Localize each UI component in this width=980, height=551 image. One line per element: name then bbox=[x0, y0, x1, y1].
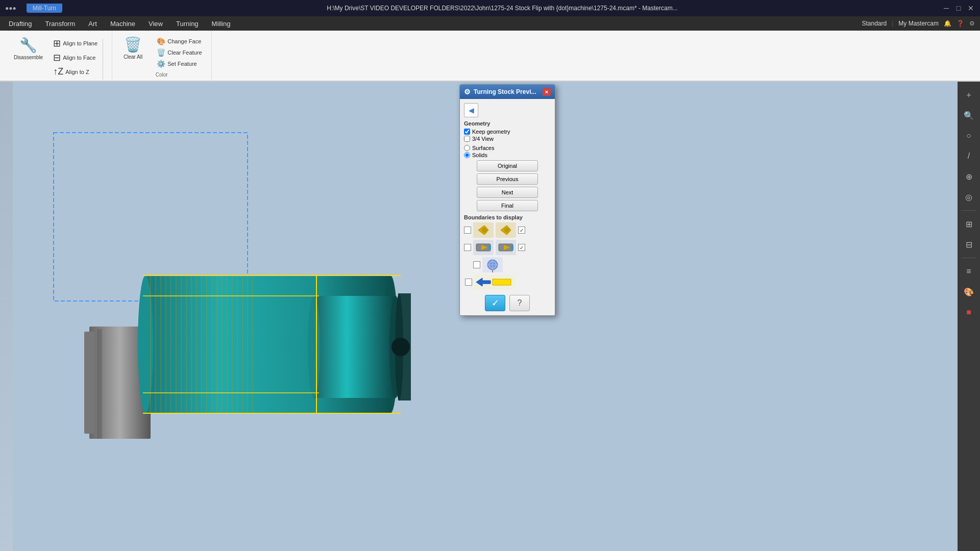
keep-geometry-row: Keep geometry bbox=[464, 129, 551, 135]
ok-button[interactable]: ✓ bbox=[485, 295, 505, 311]
view-3d4-checkbox[interactable] bbox=[464, 136, 470, 142]
clear-all-icon: 🗑️ bbox=[124, 36, 142, 53]
sidebar-menu-button[interactable]: ≡ bbox=[960, 262, 978, 281]
svg-rect-50 bbox=[511, 245, 513, 249]
svg-point-30 bbox=[308, 296, 320, 398]
dialog-content: ◀ Geometry Keep geometry 3/4 View Surfac… bbox=[460, 99, 555, 315]
view-3d4-label: 3/4 View bbox=[472, 136, 494, 142]
menu-art[interactable]: Art bbox=[82, 18, 103, 30]
ribbon: 🔧 Disassemble ⊞ Align to Plane ⊟ Align t… bbox=[0, 31, 980, 82]
color-group-label: Color bbox=[116, 72, 207, 78]
menu-view[interactable]: View bbox=[142, 18, 169, 30]
boundary-check-4[interactable] bbox=[465, 279, 472, 286]
sidebar-grid-button[interactable]: ⊞ bbox=[960, 215, 978, 233]
boundary-check-2b[interactable]: ✓ bbox=[518, 244, 525, 251]
original-button[interactable]: Original bbox=[477, 160, 538, 171]
boundary-row-4 bbox=[464, 274, 551, 290]
maximize-button[interactable]: □ bbox=[954, 4, 963, 12]
solids-label: Solids bbox=[472, 152, 487, 158]
change-face-button[interactable]: 🎨 Change Face bbox=[154, 36, 205, 46]
svg-rect-57 bbox=[493, 279, 511, 285]
boundary-icon-1b bbox=[496, 222, 516, 238]
ribbon-group-layout: 🔧 Disassemble ⊞ Align to Plane ⊟ Align t… bbox=[0, 31, 112, 81]
boundaries-title: Boundaries to display bbox=[464, 214, 551, 220]
dialog-title: Turning Stock Previ... bbox=[474, 88, 536, 95]
sidebar-circle-button[interactable]: ○ bbox=[960, 127, 978, 145]
sidebar-add-button[interactable]: ＋ bbox=[960, 86, 978, 104]
surfaces-row: Surfaces bbox=[464, 145, 551, 151]
mastercam-label: My Mastercam bbox=[898, 20, 939, 27]
align-to-face-button[interactable]: ⊟ Align to Face bbox=[50, 51, 101, 64]
boundary-icon-1a bbox=[473, 222, 494, 238]
surfaces-label: Surfaces bbox=[472, 145, 494, 151]
align-to-z-button[interactable]: ↑Z Align to Z bbox=[50, 65, 101, 78]
ribbon-group-color: 🗑️ Clear All 🎨 Change Face 🗑️ Clear Feat… bbox=[112, 31, 212, 81]
clear-feature-icon: 🗑️ bbox=[157, 48, 165, 57]
set-feature-button[interactable]: ⚙️ Set Feature bbox=[154, 59, 205, 69]
minimize-button[interactable]: ─ bbox=[942, 4, 950, 12]
sidebar-red-button[interactable]: ■ bbox=[960, 303, 978, 321]
dialog-close-button[interactable]: × bbox=[543, 88, 551, 96]
dialog-action-row: ✓ ? bbox=[464, 295, 551, 311]
view-3d4-row: 3/4 View bbox=[464, 136, 551, 142]
solids-row: Solids bbox=[464, 152, 551, 158]
standard-label: Standard bbox=[862, 20, 887, 27]
keep-geometry-label: Keep geometry bbox=[472, 129, 510, 135]
app-name: ●●● bbox=[5, 5, 16, 12]
boundary-icon-4 bbox=[474, 274, 515, 290]
boundary-check-2[interactable] bbox=[464, 244, 471, 251]
boundary-row-1: ✓ bbox=[464, 222, 551, 238]
svg-rect-29 bbox=[314, 296, 396, 398]
sidebar-target-button[interactable]: ◎ bbox=[960, 188, 978, 206]
geometry-title: Geometry bbox=[464, 120, 551, 127]
svg-rect-4 bbox=[97, 329, 102, 439]
dialog-nav-back[interactable]: ◀ bbox=[464, 103, 478, 117]
boundary-check-1b[interactable]: ✓ bbox=[518, 227, 525, 234]
surfaces-radio[interactable] bbox=[464, 145, 470, 151]
boundary-icon-2b bbox=[496, 240, 516, 255]
clear-all-button[interactable]: 🗑️ Clear All bbox=[120, 34, 145, 62]
menu-drafting[interactable]: Drafting bbox=[3, 18, 38, 30]
help-icon[interactable]: ❓ bbox=[957, 20, 964, 27]
sidebar-paint-button[interactable]: 🎨 bbox=[960, 283, 978, 301]
svg-marker-56 bbox=[476, 278, 491, 286]
sidebar-search-button[interactable]: 🔍 bbox=[960, 106, 978, 124]
change-face-icon: 🎨 bbox=[157, 37, 165, 45]
align-z-icon: ↑Z bbox=[53, 66, 63, 77]
boundary-icon-3 bbox=[482, 257, 503, 272]
final-btn-row: Final bbox=[464, 200, 551, 211]
menubar: Drafting Transform Art Machine View Turn… bbox=[0, 16, 980, 31]
boundary-check-1[interactable] bbox=[464, 227, 471, 234]
keep-geometry-checkbox[interactable] bbox=[464, 129, 470, 135]
boundary-icon-2a bbox=[473, 240, 494, 255]
disassemble-icon: 🔧 bbox=[19, 37, 37, 54]
next-button[interactable]: Next bbox=[477, 187, 538, 198]
boundaries-section: Boundaries to display bbox=[464, 214, 551, 290]
set-feature-icon: ⚙️ bbox=[157, 60, 165, 68]
close-button[interactable]: ✕ bbox=[967, 4, 975, 12]
menu-turning[interactable]: Turning bbox=[170, 18, 205, 30]
settings-icon[interactable]: ⚙ bbox=[969, 20, 975, 27]
canvas-area: ↖ AutoCursor ▾ ⊞ ✦ → ↶ ↷ ↺ ⊡ ▤▾ ≡ bbox=[0, 82, 980, 551]
menu-transform[interactable]: Transform bbox=[39, 18, 82, 30]
titlebar-app: Mill-Turn bbox=[27, 4, 62, 13]
turning-stock-dialog: ⚙ Turning Stock Previ... × ◀ Geometry Ke… bbox=[459, 84, 555, 316]
boundary-row-3 bbox=[464, 257, 551, 272]
disassemble-button[interactable]: 🔧 Disassemble bbox=[11, 35, 46, 62]
solids-radio[interactable] bbox=[464, 152, 470, 158]
clear-feature-button[interactable]: 🗑️ Clear Feature bbox=[154, 47, 205, 58]
sidebar-minus-button[interactable]: ⊟ bbox=[960, 235, 978, 254]
sidebar-crosshair-button[interactable]: ⊕ bbox=[960, 167, 978, 186]
right-sidebar: ＋ 🔍 ○ / ⊕ ◎ ⊞ ⊟ ≡ 🎨 ■ bbox=[958, 82, 980, 551]
help-button[interactable]: ? bbox=[509, 295, 530, 311]
previous-button[interactable]: Previous bbox=[477, 173, 538, 185]
align-to-plane-button[interactable]: ⊞ Align to Plane bbox=[50, 37, 101, 50]
menu-machine[interactable]: Machine bbox=[104, 18, 141, 30]
final-button[interactable]: Final bbox=[477, 200, 538, 211]
menu-milling[interactable]: Milling bbox=[206, 18, 237, 30]
boundary-check-3[interactable] bbox=[473, 261, 480, 268]
sidebar-slash-button[interactable]: / bbox=[960, 147, 978, 165]
boundary-row-2: ✓ bbox=[464, 240, 551, 255]
notification-icon[interactable]: 🔔 bbox=[944, 20, 951, 27]
titlebar: ●●● Mill-Turn H:\My Drive\ST VIDEO DEVEL… bbox=[0, 0, 980, 16]
